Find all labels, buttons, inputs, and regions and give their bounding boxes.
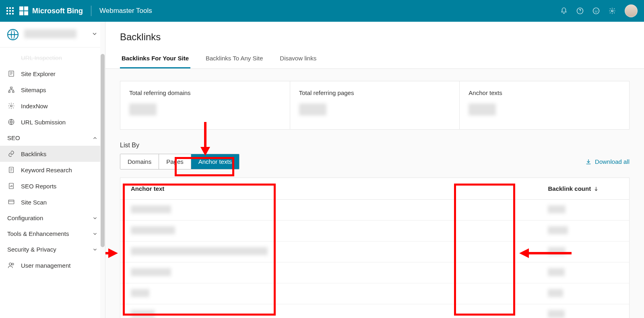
help-icon[interactable]	[576, 7, 584, 14]
nav-group-tools[interactable]: Tools & Enhancements	[0, 226, 105, 242]
stat-label: Total referring domains	[129, 89, 281, 96]
site-name-blurred	[24, 29, 76, 38]
annotation-arrow-right	[105, 247, 120, 260]
nav-item-sitemaps[interactable]: Sitemaps	[0, 82, 105, 98]
doc-icon	[7, 166, 15, 173]
cell-anchor	[120, 304, 415, 318]
brand-text: Microsoft Bing	[32, 7, 83, 15]
table-row[interactable]	[120, 304, 629, 318]
table-row[interactable]	[120, 242, 629, 262]
avatar[interactable]	[625, 4, 638, 17]
nav-label: URL Submission	[21, 119, 66, 126]
stat-label: Total referring pages	[299, 89, 451, 96]
table-row[interactable]	[120, 262, 629, 283]
nav-item-indexnow[interactable]: IndexNow	[0, 98, 105, 114]
col-anchor-header[interactable]: Anchor text	[120, 178, 415, 199]
svg-rect-9	[12, 91, 14, 93]
nav-label: User management	[21, 262, 70, 269]
listby-pages-button[interactable]: Pages	[159, 154, 191, 169]
listby-label: List By	[120, 142, 630, 149]
link-icon	[7, 150, 15, 157]
settings-icon[interactable]	[609, 7, 616, 14]
table-row[interactable]	[120, 221, 629, 242]
nav-item-user-management[interactable]: User management	[0, 257, 105, 273]
table-row[interactable]	[120, 200, 629, 221]
tab-disavow[interactable]: Disavow links	[278, 51, 318, 68]
svg-point-15	[9, 263, 12, 265]
nav-item-site-explorer[interactable]: Site Explorer	[0, 66, 105, 82]
explorer-icon	[7, 70, 15, 77]
svg-point-5	[611, 10, 613, 12]
svg-rect-14	[8, 200, 14, 204]
nav-label: Site Explorer	[21, 70, 56, 77]
nav-label: Site Scan	[21, 199, 47, 206]
svg-point-3	[595, 10, 596, 11]
col-count-header[interactable]: Backlink count	[537, 178, 629, 199]
cell-count	[537, 304, 629, 318]
users-icon	[7, 262, 15, 269]
svg-rect-8	[8, 91, 10, 93]
listby-segmented: Domains Pages Anchor texts	[120, 154, 239, 169]
table-row[interactable]	[120, 283, 629, 304]
chevron-down-icon	[92, 231, 98, 237]
nav-item-truncated[interactable]: URL Inspection	[0, 50, 105, 66]
report-icon	[7, 182, 15, 190]
tab-backlinks-any-site[interactable]: Backlinks To Any Site	[204, 51, 264, 68]
topbar: Microsoft Bing Webmaster Tools	[0, 0, 644, 22]
stat-value-blurred	[469, 103, 496, 116]
nav-item-url-submission[interactable]: URL Submission	[0, 114, 105, 130]
stat-value-blurred	[129, 103, 157, 116]
nav-label: Keyword Research	[21, 167, 72, 173]
stats-row: Total referring domains Total referring …	[120, 81, 630, 130]
stat-label: Anchor texts	[469, 89, 620, 96]
nav-label: SEO Reports	[21, 183, 56, 190]
cell-count	[537, 221, 629, 241]
sidebar-scrollbar[interactable]	[100, 22, 105, 318]
svg-point-10	[10, 105, 12, 107]
brand-block[interactable]: Microsoft Bing	[19, 6, 83, 15]
listby-anchor-button[interactable]: Anchor texts	[191, 154, 239, 169]
svg-rect-7	[10, 87, 12, 89]
divider	[91, 6, 91, 16]
nav-item-site-scan[interactable]: Site Scan	[0, 194, 105, 210]
anchor-table: Anchor text Backlink count	[120, 178, 630, 318]
nav-item-seo-reports[interactable]: SEO Reports	[0, 178, 105, 194]
chevron-down-icon	[91, 31, 98, 39]
svg-point-1	[580, 12, 580, 12]
nav-group-seo[interactable]: SEO	[0, 130, 105, 146]
stat-referring-pages: Total referring pages	[290, 81, 460, 129]
svg-point-2	[593, 8, 599, 14]
sitemap-icon	[7, 86, 15, 93]
svg-marker-20	[108, 248, 118, 258]
tab-backlinks-your-site[interactable]: Backlinks For Your Site	[120, 51, 190, 68]
svg-point-4	[597, 10, 598, 11]
nav-group-configuration[interactable]: Configuration	[0, 210, 105, 226]
listby-domains-button[interactable]: Domains	[120, 154, 159, 169]
product-name: Webmaster Tools	[99, 7, 152, 15]
globe-icon	[7, 29, 19, 40]
nav-label: Backlinks	[21, 151, 46, 157]
cell-anchor	[120, 200, 415, 220]
download-all-button[interactable]: Download all	[585, 158, 630, 165]
nav-item-keyword-research[interactable]: Keyword Research	[0, 162, 105, 178]
nav-group-security[interactable]: Security & Privacy	[0, 242, 105, 257]
notifications-icon[interactable]	[560, 7, 568, 14]
chevron-down-icon	[92, 247, 98, 252]
cell-anchor	[120, 283, 415, 304]
chevron-up-icon	[92, 135, 98, 141]
nav-item-backlinks[interactable]: Backlinks	[0, 146, 105, 162]
scan-icon	[7, 198, 15, 206]
sidebar: URL Inspection Site Explorer Sitemaps In…	[0, 22, 105, 318]
chevron-down-icon	[92, 215, 98, 221]
site-picker[interactable]	[0, 22, 105, 47]
feedback-icon[interactable]	[592, 7, 600, 14]
svg-point-16	[12, 263, 14, 265]
globe-small-icon	[7, 118, 15, 126]
nav-label: IndexNow	[21, 103, 48, 109]
cell-count	[537, 242, 629, 262]
app-launcher-icon[interactable]	[6, 7, 14, 14]
page-title: Backlinks	[120, 31, 630, 43]
stat-referring-domains: Total referring domains	[120, 81, 290, 129]
microsoft-logo-icon	[19, 6, 28, 15]
cell-count	[537, 200, 629, 220]
